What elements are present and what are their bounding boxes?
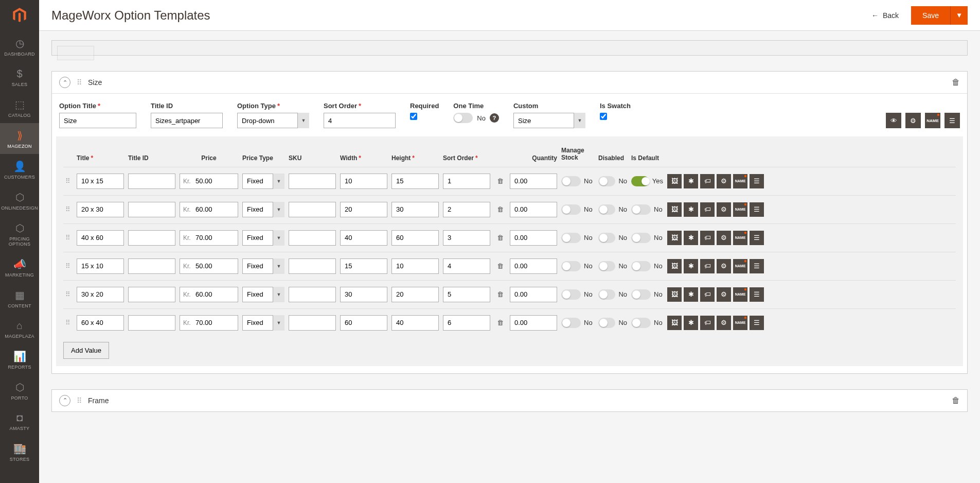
value-ptype-select[interactable]: Fixed	[242, 174, 284, 189]
mstock-toggle[interactable]	[561, 176, 581, 186]
value-sku-input[interactable]	[289, 202, 336, 217]
sidebar-item-sales[interactable]: $Sales	[0, 62, 39, 92]
name-button[interactable]: NAME	[733, 202, 747, 217]
value-width-input[interactable]	[340, 202, 387, 217]
name-button[interactable]: NAME	[733, 174, 747, 188]
custom-select[interactable]: Size	[513, 113, 585, 128]
value-width-input[interactable]	[340, 230, 387, 246]
description-button[interactable]: ☰	[750, 316, 764, 330]
dependency-button[interactable]: ✱	[684, 259, 698, 273]
sidebar-item-customers[interactable]: 👤Customers	[0, 154, 39, 185]
settings-button[interactable]: ⚙	[717, 202, 731, 217]
dependency-button[interactable]: ✱	[684, 287, 698, 302]
image-button[interactable]: 🖼	[667, 287, 682, 302]
value-sort-input[interactable]	[443, 315, 490, 331]
image-button[interactable]: 🖼	[667, 231, 682, 245]
tier-price-button[interactable]: 🏷	[700, 287, 715, 302]
value-height-input[interactable]	[391, 258, 439, 274]
disabled-toggle[interactable]	[598, 233, 615, 243]
value-height-input[interactable]	[391, 230, 439, 246]
sidebar-item-stores[interactable]: 🏬Stores	[0, 436, 39, 448]
value-width-input[interactable]	[340, 174, 387, 189]
default-toggle[interactable]	[631, 261, 651, 271]
delete-value-button[interactable]: 🗑	[494, 205, 506, 213]
back-button[interactable]: ← Back	[871, 11, 899, 20]
add-value-button[interactable]: Add Value	[63, 342, 109, 359]
required-checkbox[interactable]	[410, 113, 417, 120]
sidebar-item-onlinedesign[interactable]: ⬡OnlineDesign	[0, 185, 39, 216]
option-type-select[interactable]: Drop-down	[237, 113, 309, 128]
value-sort-input[interactable]	[443, 202, 490, 217]
sidebar-item-marketing[interactable]: 📣Marketing	[0, 252, 39, 283]
value-height-input[interactable]	[391, 315, 439, 331]
value-titleid-input[interactable]	[128, 230, 175, 246]
settings-button[interactable]: ⚙	[717, 287, 731, 302]
option-title-input[interactable]	[59, 113, 136, 128]
default-toggle[interactable]	[631, 289, 651, 300]
drag-handle-icon[interactable]: ⠿	[63, 205, 73, 213]
value-height-input[interactable]	[391, 287, 439, 302]
delete-value-button[interactable]: 🗑	[494, 177, 506, 185]
value-sku-input[interactable]	[289, 315, 336, 331]
delete-value-button[interactable]: 🗑	[494, 319, 506, 326]
description-button[interactable]: ☰	[750, 174, 764, 188]
tier-price-button[interactable]: 🏷	[700, 316, 715, 330]
dependency-button[interactable]: ✱	[684, 202, 698, 217]
value-sku-input[interactable]	[289, 174, 336, 189]
value-height-input[interactable]	[391, 202, 439, 217]
disabled-toggle[interactable]	[598, 289, 615, 300]
value-sku-input[interactable]	[289, 258, 336, 274]
value-width-input[interactable]	[340, 258, 387, 274]
disabled-toggle[interactable]	[598, 261, 615, 271]
drag-handle-icon[interactable]: ⠿	[77, 78, 82, 87]
delete-panel-button[interactable]: 🗑	[952, 396, 960, 405]
value-qty-input[interactable]	[510, 258, 557, 274]
value-title-input[interactable]	[77, 230, 124, 246]
delete-value-button[interactable]: 🗑	[494, 290, 506, 298]
value-sort-input[interactable]	[443, 174, 490, 189]
dependency-button[interactable]: ✱	[684, 174, 698, 188]
tier-price-button[interactable]: 🏷	[700, 259, 715, 273]
value-title-input[interactable]	[77, 315, 124, 331]
is-swatch-checkbox[interactable]	[600, 113, 607, 120]
value-qty-input[interactable]	[510, 287, 557, 302]
image-button[interactable]: 🖼	[667, 259, 682, 273]
disabled-toggle[interactable]	[598, 176, 615, 186]
sidebar-item-mageplaza[interactable]: ⌂Mageplaza	[0, 314, 39, 344]
value-qty-input[interactable]	[510, 230, 557, 246]
value-ptype-select[interactable]: Fixed	[242, 202, 284, 217]
sidebar-item-content[interactable]: ▦Content	[0, 283, 39, 314]
value-sort-input[interactable]	[443, 287, 490, 302]
disabled-toggle[interactable]	[598, 318, 615, 328]
sidebar-item-magezon[interactable]: ⟫Magezon	[0, 123, 39, 154]
mstock-toggle[interactable]	[561, 261, 581, 271]
dependency-button[interactable]: ✱	[684, 316, 698, 330]
save-dropdown-button[interactable]: ▼	[950, 6, 968, 25]
mstock-toggle[interactable]	[561, 204, 581, 215]
value-width-input[interactable]	[340, 315, 387, 331]
value-ptype-select[interactable]: Fixed	[242, 287, 284, 302]
image-button[interactable]: 🖼	[667, 202, 682, 217]
drag-handle-icon[interactable]: ⠿	[63, 234, 73, 242]
magento-logo[interactable]	[0, 0, 39, 31]
value-ptype-select[interactable]: Fixed	[242, 258, 284, 274]
description-button[interactable]: ☰	[945, 113, 960, 128]
tier-price-button[interactable]: 🏷	[700, 231, 715, 245]
value-titleid-input[interactable]	[128, 258, 175, 274]
drag-handle-icon[interactable]: ⠿	[77, 396, 82, 405]
name-button[interactable]: NAME	[925, 113, 940, 128]
settings-button[interactable]: ⚙	[717, 174, 731, 188]
default-toggle[interactable]	[631, 176, 649, 186]
visibility-button[interactable]: 👁	[886, 113, 901, 128]
value-title-input[interactable]	[77, 287, 124, 302]
drag-handle-icon[interactable]: ⠿	[63, 319, 73, 326]
collapse-button[interactable]: ⌃	[59, 395, 70, 406]
value-ptype-select[interactable]: Fixed	[242, 315, 284, 331]
sidebar-item-catalog[interactable]: ⬚Catalog	[0, 92, 39, 123]
value-qty-input[interactable]	[510, 174, 557, 189]
title-id-input[interactable]	[151, 113, 223, 128]
value-width-input[interactable]	[340, 287, 387, 302]
sort-order-input[interactable]	[324, 113, 396, 128]
delete-panel-button[interactable]: 🗑	[952, 78, 960, 87]
sidebar-item-porto[interactable]: ⬡Porto	[0, 375, 39, 406]
